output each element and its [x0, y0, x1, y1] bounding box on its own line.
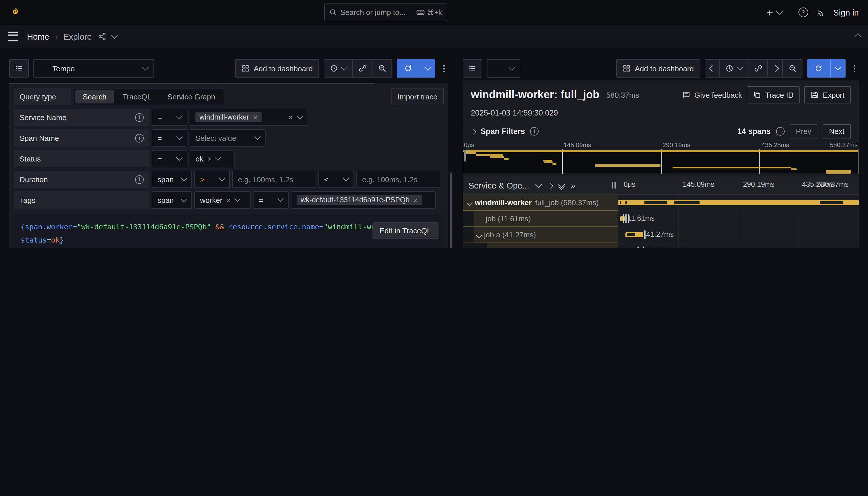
time-shift-back-button[interactable] — [705, 59, 720, 78]
chevron-down-icon[interactable] — [111, 32, 118, 39]
span-bar-cell[interactable]: 19.21ms — [618, 243, 859, 248]
span-filters-label[interactable]: Span Filters — [481, 127, 525, 136]
duration-scope-select[interactable]: span — [152, 171, 192, 188]
next-span-button[interactable]: Next — [823, 124, 851, 139]
minimap-drag-handle[interactable] — [464, 150, 466, 161]
expand-chevron-icon[interactable] — [466, 199, 473, 206]
run-query-interval-dropdown[interactable] — [420, 59, 435, 78]
run-query-interval-dropdown[interactable] — [830, 59, 846, 78]
grafana-logo-icon[interactable] — [7, 5, 22, 20]
import-trace-button[interactable]: Import trace — [391, 88, 444, 105]
span-row[interactable]: job a (41.27ms)41.27ms — [463, 227, 859, 243]
help-icon[interactable] — [798, 7, 808, 17]
span-bar-cell[interactable] — [618, 195, 859, 211]
run-query-button[interactable] — [807, 59, 830, 78]
close-icon[interactable]: × — [207, 155, 212, 162]
breadcrumb-home[interactable]: Home — [27, 32, 49, 41]
collapse-all-icon[interactable] — [559, 182, 564, 189]
minimap-canvas[interactable] — [463, 149, 859, 174]
zoom-out-button[interactable] — [783, 59, 803, 78]
info-icon[interactable] — [135, 134, 144, 142]
service-name-tag[interactable]: windmill-worker× — [196, 112, 261, 122]
breadcrumb-separator: › — [55, 32, 58, 41]
copy-link-button[interactable] — [748, 59, 768, 78]
close-icon[interactable]: × — [414, 196, 418, 204]
expand-chevron-icon[interactable] — [476, 232, 482, 238]
menu-toggle-icon[interactable] — [8, 32, 18, 41]
service-name-value-select[interactable]: windmill-worker× × — [190, 109, 308, 126]
left-pane-scrollbar[interactable] — [450, 172, 452, 248]
tags-operator-select[interactable]: = — [253, 191, 289, 208]
time-picker-button[interactable] — [720, 59, 748, 78]
span-name-cell[interactable]: windmill-workerfull_job (580.37ms) — [463, 195, 618, 211]
duration-gt-select[interactable]: > — [194, 171, 230, 188]
tab-service-graph[interactable]: Service Graph — [160, 90, 223, 103]
tag-value-chip[interactable]: wk-default-133114d6a91e-PSPQb× — [297, 195, 422, 205]
kebab-menu-icon[interactable] — [854, 67, 855, 69]
span-name-cell[interactable]: job a (41.27ms) — [463, 227, 618, 243]
sign-in-link[interactable]: Sign in — [833, 8, 859, 17]
duration-lt-select[interactable]: < — [319, 171, 354, 188]
new-menu-button[interactable] — [765, 8, 781, 16]
minimap-span-bar — [544, 161, 553, 163]
query-rows-toggle-button[interactable] — [9, 59, 29, 78]
span-name-cell[interactable]: job (11.61ms) — [463, 211, 618, 227]
status-value-select[interactable]: ok × — [190, 150, 234, 167]
duration-max-input[interactable]: e.g. 100ms, 1.2s — [356, 171, 440, 188]
expand-all-icon[interactable]: » — [571, 181, 575, 190]
tab-traceql[interactable]: TraceQL — [115, 90, 159, 103]
info-icon[interactable] — [135, 113, 144, 122]
span-bar-cell[interactable]: 11.61ms — [618, 211, 859, 227]
edit-in-traceql-button[interactable]: Edit in TraceQL — [373, 222, 438, 239]
share-icon[interactable] — [97, 32, 106, 41]
collapse-chevron-icon[interactable] — [854, 34, 861, 40]
add-to-dashboard-button[interactable]: Add to dashboard — [235, 59, 319, 78]
clear-icon[interactable]: × — [288, 113, 293, 121]
span-name-cell[interactable]: bash run (19.21ms) — [463, 243, 618, 248]
span-row[interactable]: job (11.61ms)11.61ms — [463, 211, 859, 227]
close-icon[interactable]: × — [253, 113, 257, 121]
datasource-picker[interactable] — [487, 59, 520, 78]
service-name-operator-select[interactable]: = — [152, 109, 187, 126]
info-icon[interactable] — [776, 127, 784, 136]
kebab-menu-icon[interactable] — [443, 67, 445, 69]
span-name-value-select[interactable]: Select value — [190, 129, 266, 146]
span-bar-cell[interactable]: 41.27ms — [618, 227, 859, 243]
prev-span-button[interactable]: Prev — [790, 124, 818, 139]
close-icon[interactable]: × — [227, 196, 231, 204]
run-query-button[interactable] — [397, 59, 420, 78]
time-picker-button[interactable] — [324, 59, 353, 78]
copy-link-button[interactable] — [353, 59, 372, 78]
trace-id-button[interactable]: Trace ID — [747, 86, 800, 104]
trace-minimap[interactable]: 0μs 145.09ms 290.19ms 435.28ms 580.37ms — [463, 140, 859, 176]
status-operator-select[interactable]: = — [152, 150, 187, 167]
add-to-dashboard-button[interactable]: Add to dashboard — [617, 59, 700, 78]
tags-scope-select[interactable]: span — [152, 191, 192, 208]
chevron-right-icon[interactable] — [470, 128, 477, 135]
duration-min-input[interactable]: e.g. 100ms, 1.2s — [232, 171, 316, 188]
span-row[interactable]: windmill-workerfull_job (580.37ms) — [463, 195, 859, 211]
span-duration-label: 19.21ms — [646, 247, 674, 248]
breadcrumb-explore[interactable]: Explore — [63, 32, 92, 41]
chevron-down-icon[interactable] — [535, 181, 542, 188]
global-search-input[interactable]: Search or jump to... ⌘+k — [324, 3, 447, 21]
collapse-one-icon[interactable] — [547, 182, 553, 189]
span-label: job a (41.27ms) — [484, 231, 536, 239]
info-icon[interactable] — [530, 127, 539, 136]
query-rows-toggle-button[interactable] — [463, 59, 482, 78]
time-shift-forward-button[interactable] — [768, 59, 783, 78]
give-feedback-link[interactable]: Give feedback — [682, 91, 742, 99]
service-operation-column-header[interactable]: Service & Ope... — [468, 181, 529, 190]
tags-value-select[interactable]: wk-default-133114d6a91e-PSPQb× — [291, 191, 436, 208]
tags-key-select[interactable]: worker × — [194, 191, 251, 208]
column-resize-handle[interactable] — [612, 182, 616, 188]
span-name-operator-select[interactable]: = — [152, 129, 187, 146]
span-row[interactable]: bash run (19.21ms)19.21ms — [463, 243, 859, 248]
minimap-span-bar — [463, 150, 858, 152]
rss-icon[interactable] — [816, 8, 825, 17]
zoom-out-button[interactable] — [372, 59, 392, 78]
datasource-picker[interactable]: Tempo — [33, 59, 154, 78]
info-icon[interactable] — [135, 175, 144, 184]
tab-search[interactable]: Search — [75, 90, 114, 103]
export-button[interactable]: Export — [805, 86, 851, 104]
